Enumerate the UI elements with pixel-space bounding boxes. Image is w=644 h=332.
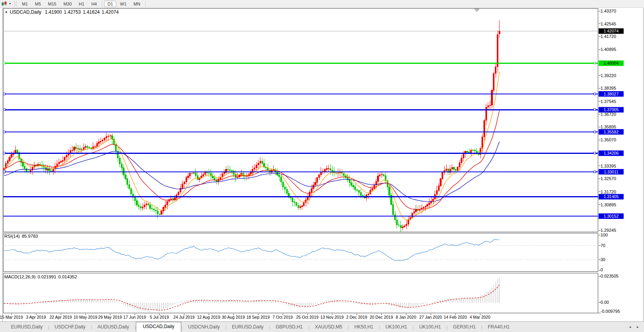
hline-handle[interactable] [4,109,5,111]
tab-scroll-controls: ◄ ► [628,325,639,332]
hline-handle[interactable] [594,109,596,111]
ohlc-low: 1.41624 [83,9,99,15]
candle [159,213,160,216]
charts-icon[interactable] [1,1,8,7]
hline-handle[interactable] [4,152,5,154]
tab-usdcad-daily[interactable]: USDCAD,Daily [136,322,182,332]
candle [81,148,82,153]
candle [315,178,316,187]
symbol-tabs: EURUSD,Daily|USDCHF,Daily|AUDUSD,Daily|U… [5,322,515,332]
candle [408,216,409,227]
tab-xauusd-m5[interactable]: XAUUSD,M5 [309,323,348,332]
date-label: 10 May 2019 [74,315,97,319]
collapse-indicator-icon[interactable]: ▼ [5,11,8,14]
hline-handle[interactable] [4,171,5,173]
tab-uk100-h1[interactable]: UK100,H1 [380,323,413,332]
hline-handle[interactable] [4,62,5,64]
tab-gbpusd-h1[interactable]: GBPUSD,H1 [270,323,308,332]
price-badge: 1.33011 [599,169,624,175]
tab-usdchf-daily[interactable]: USDCHF,Daily [49,323,91,332]
chart-window: 1.433701.425451.417201.408951.392201.383… [0,8,644,322]
price-badge: 1.38027 [599,91,624,97]
candle [353,183,354,190]
hline-handle[interactable] [594,62,596,64]
chart-canvas[interactable]: 1.433701.425451.417201.408951.392201.383… [0,8,644,322]
timeframe-button-d1[interactable]: D1 [104,1,116,7]
candle [104,137,105,141]
hline-handle[interactable] [594,152,596,154]
timeframe-button-m5[interactable]: M5 [32,1,44,7]
candle [193,172,194,174]
price-tick-label: 1.33395 [601,164,616,168]
ohlc-open: 1.41900 [45,9,62,15]
toolbar-grip[interactable] [14,1,16,6]
candle [419,205,420,213]
tab-scroll-left-icon[interactable]: ◄ [628,325,631,329]
hline-handle[interactable] [594,171,596,173]
date-label: 8 Jan 2020 [396,315,416,319]
timeframe-button-m30[interactable]: M30 [60,1,75,7]
price-badge-label: 1.31405 [604,194,619,199]
tab-uk100-h1[interactable]: UK100,H1 [414,323,446,332]
timeframe-button-h4[interactable]: H4 [88,1,100,7]
chart-dropdown-caret-icon[interactable]: ▼ [9,2,11,5]
tab-eurusd-daily[interactable]: EURUSD,Daily [226,323,269,332]
tab-audusd-daily[interactable]: AUDUSD,Daily [92,323,135,332]
candle [188,173,189,180]
timeframe-button-h1[interactable]: H1 [76,1,87,7]
tab-fra40-h1[interactable]: FRA40,H1 [482,323,515,332]
date-label: 25 Oct 2019 [296,315,318,319]
candle [18,151,20,162]
candle [155,207,156,215]
hline-handle[interactable] [4,93,5,95]
date-label: 24 Jul 2019 [173,315,195,319]
macd-histogram [4,278,500,311]
candle [461,155,462,165]
candle [102,138,103,144]
date-label: 15 Mar 2019 [0,315,23,319]
candle [379,173,381,177]
candle [153,207,155,213]
candle [357,189,358,192]
toolbar-separator [145,1,146,7]
macd-panel-frame [4,273,598,313]
hline-handle[interactable] [594,131,596,133]
candle [197,172,198,181]
timeframe-button-m15[interactable]: M15 [45,1,60,7]
candle [94,144,96,150]
candle [74,146,75,152]
candle [146,201,147,209]
ohlc-high: 1.42753 [64,9,81,15]
time-axis[interactable]: 15 Mar 20193 Apr 201922 Apr 201910 May 2… [0,314,491,320]
candle [423,206,424,210]
price-tick-label: 1.40895 [601,47,616,52]
timeframe-buttons: M1M5M15M30H1H4D1W1MN [18,1,147,7]
hline-handle[interactable] [4,131,5,133]
rsi-panel: 10070300 [3,233,608,272]
candle [296,202,297,207]
candle [130,188,132,197]
timeframe-button-w1[interactable]: W1 [117,1,130,7]
tab-usdcnh-daily[interactable]: USDCNH,Daily [182,323,225,332]
hline-handle[interactable] [594,93,596,95]
date-label: 7 Oct 2019 [272,315,293,319]
candle [301,205,303,210]
candle [377,173,379,185]
timeframe-button-mn[interactable]: MN [130,1,143,7]
candle [189,172,191,180]
candle [212,173,213,180]
price-tick-label: 1.41720 [601,34,616,39]
rsi-panel-frame [4,233,598,272]
tab-hk50-h1[interactable]: HK50,H1 [349,323,379,332]
candle [491,88,492,108]
candle [372,186,373,191]
tab-eurusd-daily[interactable]: EURUSD,Daily [5,323,48,332]
candle [319,173,320,180]
candle [313,182,314,191]
tab-ger30-h1[interactable]: GER30,H1 [447,323,481,332]
date-label: 29 May 2019 [98,315,122,319]
tab-scroll-right-icon[interactable]: ► [636,325,639,329]
candle [161,210,162,215]
rsi-scale-label: 30 [601,257,605,262]
timeframe-button-m1[interactable]: M1 [19,1,31,7]
